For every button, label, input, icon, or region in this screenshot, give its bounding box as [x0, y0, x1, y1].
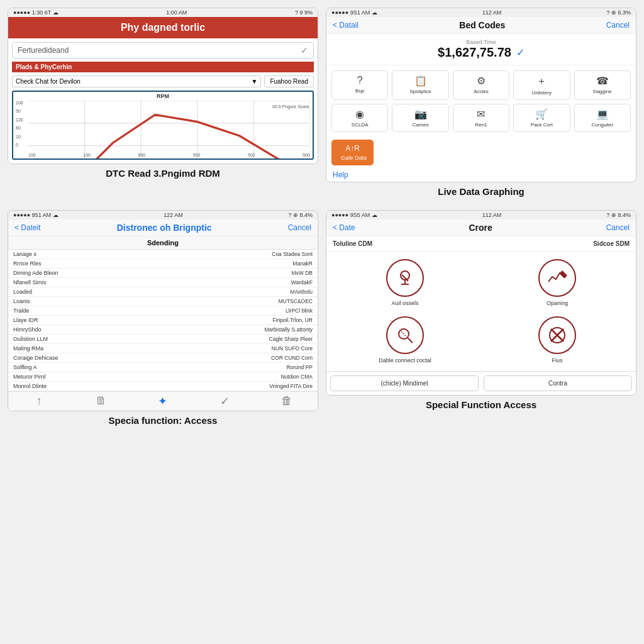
svg-line-18	[401, 331, 406, 336]
q3-status-right: ? ⊕ 8.4%	[288, 212, 313, 218]
q1-red-label: Plads & PhyCerhin	[12, 62, 314, 72]
q3-tab-bar: ↑ 🗎 ✦ ✓ 🗑	[8, 391, 318, 411]
q4-dable-label: Dable connect coctal	[379, 357, 431, 364]
q2-status-bar: ●●●●● 9S1 AM ☁ 112 AM ? ⊕ 6.3%	[326, 8, 636, 17]
q2-price-check: ✓	[516, 47, 525, 58]
q2-btn-sclda[interactable]: ◉ SCLDA	[331, 104, 388, 132]
q2-price-value: $1,627,75.78	[438, 45, 511, 60]
q4-fius-icon	[538, 316, 576, 354]
q2-help-link[interactable]: Help	[326, 168, 636, 182]
tab-item-4[interactable]: ✓	[212, 394, 237, 408]
q2-btn-daggine[interactable]: ☎ Daggine	[574, 70, 631, 100]
list-item: Nfanell SimisWardakF	[8, 278, 318, 287]
q4-status-bar: ●●●●● 9S5 AM ☁ 112 AM ? ⊕ 8.4%	[326, 211, 636, 219]
q4-fius-label: Fius	[552, 357, 562, 364]
q2-price-label: Based Time	[331, 39, 631, 45]
q2-status-time: 112 AM	[482, 9, 502, 16]
tab-item-2[interactable]: 🗎	[89, 394, 114, 408]
q4-screen: ●●●●● 9S5 AM ☁ 112 AM ? ⊕ 8.4% < Date Cr…	[326, 211, 636, 395]
q4-func-dable[interactable]: Dable connect coctal	[334, 316, 476, 364]
q2-gate-data-label: Gate Data	[341, 155, 367, 161]
q4-nav-back[interactable]: < Date	[333, 223, 355, 232]
list-item: Solfling ARorund PP	[8, 363, 318, 372]
q3-wrapper: ●●●●● 851 AM ☁ 122 AM ? ⊕ 8.4% < Dateit …	[8, 210, 318, 427]
q4-opaning-label: Opaning	[547, 300, 568, 306]
q2-btn-unlistery[interactable]: ＋ Unlistery	[513, 70, 570, 100]
q2-nav-back[interactable]: < Datail	[333, 21, 358, 30]
q2-btn-spoliplice[interactable]: 📋 Spoliplice	[392, 70, 448, 100]
chart-title: RPM	[157, 93, 169, 99]
q4-nav-bar: < Date Crore Cancel	[326, 219, 636, 236]
q3-caption: Specia function: Access	[8, 411, 318, 427]
q4-btn-left[interactable]: (chicle) Mindimel	[330, 375, 479, 391]
q2-conguiter-label: Conguiter	[591, 122, 613, 128]
q1-phone: ●●●●● 1:30 6T ☁ 1:00 AM ? 9 9% Phy dagne…	[8, 8, 318, 164]
q4-wrapper: ●●●●● 9S5 AM ☁ 112 AM ? ⊕ 8.4% < Date Cr…	[326, 210, 636, 427]
q2-btn-conguiter[interactable]: 💻 Conguiter	[574, 104, 631, 132]
q4-nav-cancel[interactable]: Cancel	[606, 223, 630, 232]
q4-nav-title: Crore	[355, 223, 606, 233]
q2-nav-bar: < Datail Bed Codes Cancel	[326, 17, 636, 34]
q1-status-bar: ●●●●● 1:30 6T ☁ 1:00 AM ? 9 9%	[8, 8, 318, 17]
q2-price-area: Based Time $1,627,75.78 ✓	[326, 34, 636, 65]
q2-gate-data-icon: A↑R	[345, 144, 360, 153]
q2-price-row: $1,627,75.78 ✓	[331, 45, 631, 60]
q4-func-fius[interactable]: Fius	[486, 316, 628, 364]
q4-btn-right[interactable]: Contra	[484, 375, 632, 391]
q2-gate-data-btn[interactable]: A↑R Gate Data	[331, 140, 374, 165]
q2-carnes-icon: 📷	[414, 108, 427, 120]
q4-func-grid: Auil ossels Opaning	[326, 252, 636, 371]
q1-action-btn[interactable]: Fuahoo Read	[264, 75, 314, 87]
q2-caption: Live Data Graphing	[326, 182, 636, 198]
q2-wrapper: ●●●●● 9S1 AM ☁ 112 AM ? ⊕ 6.3% < Datail …	[326, 8, 636, 203]
q2-status-right: ? ⊕ 6.3%	[606, 9, 631, 16]
q2-nav-title: Bed Codes	[358, 20, 606, 30]
q2-btn-bup[interactable]: ? Bup	[331, 70, 388, 100]
q4-auil-label: Auil ossels	[391, 300, 418, 306]
q2-btn-pack-cort[interactable]: 🛒 Pack Cort	[513, 104, 570, 132]
list-item: Monrol DlinteVninged FITA Dire	[8, 382, 318, 391]
q2-btn-carnes[interactable]: 📷 Carnes	[392, 104, 448, 132]
list-item: TraldeLlrPCl blink	[8, 306, 318, 316]
q1-dropdown[interactable]: Check Chat for Devilon ▼	[12, 75, 261, 87]
q2-btn-accles[interactable]: ⚙ Accles	[453, 70, 509, 100]
q2-ren1-label: Ren1	[475, 122, 487, 128]
q1-status-right: ? 9 9%	[295, 9, 313, 16]
q2-nav-cancel[interactable]: Cancel	[606, 21, 630, 30]
q3-phone: ●●●●● 851 AM ☁ 122 AM ? ⊕ 8.4% < Dateit …	[8, 210, 318, 411]
q4-header-right: Sidcoe SDM	[593, 240, 630, 247]
q4-func-opaning[interactable]: Opaning	[486, 259, 628, 306]
q4-header-left: Toluline CDM	[333, 240, 372, 247]
q3-nav-title: Distronec oh Brignptic	[41, 223, 288, 233]
q4-dable-icon	[386, 316, 424, 354]
svg-line-17	[408, 338, 413, 343]
q1-check-icon: ✓	[301, 45, 308, 55]
q1-status-left: ●●●●● 1:30 6T ☁	[13, 9, 58, 16]
list-item: HimryShdoMarbistally S.attonty	[8, 325, 318, 335]
q4-caption: Special Function Access	[326, 396, 636, 411]
q2-pack-cort-label: Pack Cort	[531, 122, 553, 128]
opaning-svg	[547, 268, 567, 288]
auil-ossels-svg	[395, 268, 415, 288]
tab-item-1[interactable]: ↑	[26, 394, 52, 408]
list-item: LoadedMAiribolu	[8, 287, 318, 297]
q4-status-left: ●●●●● 9S5 AM ☁	[331, 212, 377, 218]
q2-accles-icon: ⚙	[477, 75, 486, 87]
q2-spoliplice-label: Spoliplice	[409, 89, 431, 94]
q1-caption: DTC Read 3.Pngimd RDM	[8, 164, 318, 180]
q3-nav-cancel[interactable]: Cancel	[288, 223, 311, 232]
tab-item-5[interactable]: 🗑	[274, 394, 299, 408]
q4-auil-icon	[386, 259, 424, 297]
chart-svg: .grid-line { stroke: #ddd; stroke-width:…	[28, 101, 310, 160]
q2-daggine-label: Daggine	[593, 89, 612, 94]
q2-screen: ●●●●● 9S1 AM ☁ 112 AM ? ⊕ 6.3% < Datail …	[326, 8, 636, 182]
q2-unlistery-label: Unlistery	[532, 90, 552, 96]
tab-item-3[interactable]: ✦	[150, 394, 175, 408]
q3-nav-back[interactable]: < Dateit	[14, 223, 41, 232]
q3-status-bar: ●●●●● 851 AM ☁ 122 AM ? ⊕ 8.4%	[8, 211, 318, 219]
list-item: Meturor PirnlNutdion CMA	[8, 372, 318, 382]
list-item: Maling RMaNUN SUFO Core	[8, 344, 318, 353]
dable-svg	[395, 325, 415, 345]
q2-btn-ren1[interactable]: ✉ Ren1	[453, 104, 509, 132]
q4-func-auil[interactable]: Auil ossels	[334, 259, 476, 306]
